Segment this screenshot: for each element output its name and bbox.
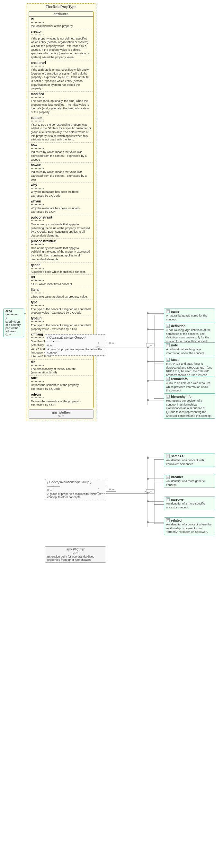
name-badge: □ [166,309,170,313]
attr-creator: creator •••••••••• If the property value… [29,29,93,60]
right-hierarchyinfo-box: □ hierarchyInfo Represents the position … [164,394,215,419]
attr-howuri: howuri •••••••••• Indicates by which mea… [29,163,93,183]
any-other-box: any ##other 0..∞ [29,409,94,419]
any-other-bottom-box: any ##other 0..∞ Extension point for non… [45,546,106,563]
right-note-box: □ note A notional natural language infor… [164,342,215,356]
right-broader-box: □ broader An identifier of a more generi… [164,474,215,488]
attributes-title: attributes [29,11,93,17]
right-narrower-box: □ narrower An identifier of a more speci… [164,496,215,510]
concept-relationships-group-box: { ConceptRelationshipsGroup } ——•—— 0..∞… [45,479,106,500]
attr-custom: custom •••••••••• If set to true the cor… [29,115,93,143]
attr-literal: literal •••••••••• a free-text value ass… [29,287,93,300]
attr-dir: dir •••••••••• The directionality of tex… [29,360,93,376]
svg-rect-36 [146,343,154,347]
svg-text:0..∞: 0..∞ [147,344,152,347]
main-title: FlexRolePropType [26,3,96,10]
svg-text:0..∞: 0..∞ [109,342,114,344]
facet-badge: □ [166,358,170,362]
hierarchyinfo-badge: □ [166,395,170,399]
svg-text:0..∞: 0..∞ [147,490,152,493]
attr-modified: modified •••••••••• The date (and, optio… [29,92,93,115]
svg-point-48 [147,521,149,523]
svg-point-46 [147,478,149,480]
svg-point-47 [147,500,149,502]
area-box: area •••••••••• A subdivision of a count… [3,309,24,337]
svg-point-31 [147,329,149,330]
svg-point-35 [147,399,149,401]
attr-pubconstraint: pubconstraint •••••••••• One or many con… [29,215,93,239]
svg-point-30 [147,312,149,314]
note-badge: □ [166,343,170,347]
attr-type: type •••••••••• The type of the concept … [29,300,93,316]
concept-definition-group-box: { ConceptDefinitionGroup } ——•—— 0..∞ A … [45,334,106,356]
definition-badge: □ [166,324,170,328]
attr-id: id •••••••••• the local identifier of th… [29,17,93,29]
svg-point-34 [147,380,149,382]
attr-roleuri: roleuri •••••••••• Refines the semantics… [29,392,93,408]
svg-point-32 [147,346,149,348]
attr-pubconstrainturi: pubconstrainturi •••••••••• One or many … [29,239,93,262]
main-flex-role-prop-type-box: FlexRolePropType attributes id •••••••••… [26,3,96,421]
broader-badge: □ [166,475,170,479]
svg-point-45 [147,457,149,459]
attr-qcode: qcode •••••••••• A qualified code which … [29,262,93,275]
remoteinfo-badge: □ [166,377,170,381]
attr-how: how •••••••••• Indicates by which means … [29,143,93,163]
right-related-box: □ related An identifier of a concept whe… [164,517,215,535]
attr-whyuri: whyuri •••••••••• Why the metadata has b… [29,199,93,215]
attr-uri: uri •••••••••• a URI which identifies a … [29,275,93,287]
attr-why: why •••••••••• Why the metadata has been… [29,183,93,198]
svg-rect-49 [146,490,154,493]
attr-typeuri: typeuri •••••••••• The type of the conce… [29,316,93,332]
area-title: area [5,309,22,313]
attr-role: role •••••••••• Defines the semantics of… [29,376,93,392]
svg-point-33 [147,361,149,363]
right-remoteinfo-box: □ remoteInfo A link to an item or a web … [164,376,215,394]
right-definition-box: □ definition A natural language definiti… [164,323,215,344]
narrower-badge: □ [166,497,170,501]
right-sameas-box: □ sameAs An identifier of a concept with… [164,453,215,467]
diagram-container: FlexRolePropType attributes id •••••••••… [0,0,223,868]
related-badge: □ [166,518,170,522]
right-name-box: □ name A natural language name for the c… [164,309,215,322]
attr-creatoruri: creatoruri •••••••••• If the attribute i… [29,60,93,92]
svg-text:0..∞: 0..∞ [109,488,114,491]
sameas-badge: □ [166,454,170,458]
